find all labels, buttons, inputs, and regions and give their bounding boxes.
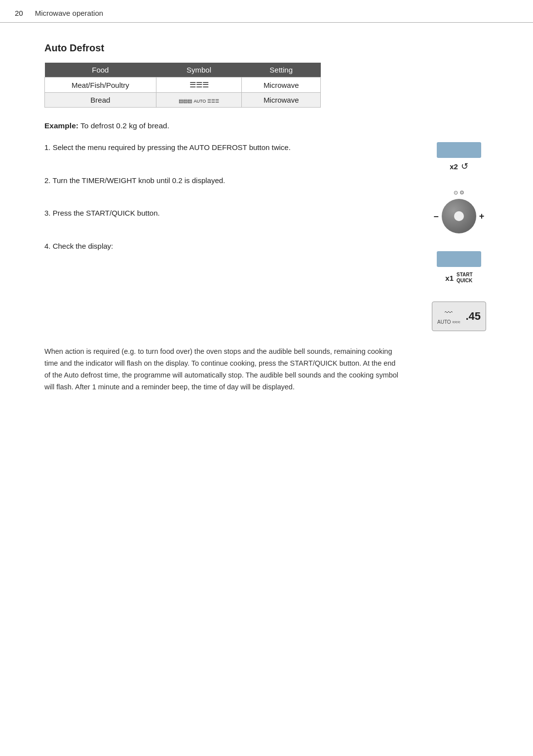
step1-x2-label: x2 [450,162,458,171]
step-1-number: 1. [44,143,51,151]
step1-defrost-icon: ↺ [461,161,468,172]
step-1-text-col: 1. Select the menu required by pressing … [44,142,415,153]
symbol-cell-1: ☰☰☰ [156,77,242,93]
step1-label-row: x2 ↺ [450,161,468,172]
table-row: Bread ▤▤▤ AUTO ☰☰☰ Microwave [45,93,321,108]
page-header-title: Microwave operation [35,9,103,17]
step2-knob-inner [454,211,464,221]
step1-button-rect [437,142,481,158]
step-3-row: 3. Press the START/QUICK button. [44,208,415,219]
step4-illustration: 〰 AUTO ≈≈≈ .45 [432,302,486,331]
section-title: Auto Defrost [44,42,503,54]
col-setting: Setting [242,63,321,77]
symbol-cell-2: ▤▤▤ AUTO ☰☰☰ [156,93,242,108]
symbol-icon-2: ▤▤▤ AUTO ☰☰☰ [179,98,219,104]
step-3-text: 3. Press the START/QUICK button. [44,208,405,219]
step4-defrost-sym: AUTO ≈≈≈ [437,319,460,325]
step-4-text: 4. Check the display: [44,241,405,252]
step-1-body: Select the menu required by pressing the… [53,143,291,151]
page-header: 20 Microwave operation [0,0,533,23]
step-3-text-col: 3. Press the START/QUICK button. [44,208,415,219]
footer-text: When action is required (e.g. to turn fo… [44,346,400,393]
step3-start-label: START [457,272,473,278]
step2-illustration: ⊙ ⚙ – + [434,189,485,233]
step3-quick-label: QUICK [457,278,473,284]
page-number: 20 [15,9,23,17]
step3-button-text: START QUICK [457,272,473,284]
step3-label-row: x1 START QUICK [445,272,472,284]
step4-wave-icon: 〰 [445,308,453,317]
example-label: Example: [44,121,78,130]
step4-display-value: .45 [465,310,481,323]
defrost-table: Food Symbol Setting Meat/Fish/Poultry ☰☰… [44,63,321,108]
example-body: To defrost 0.2 kg of bread. [80,121,169,130]
step-1-row: 1. Select the menu required by pressing … [44,142,415,153]
setting-cell-2: Microwave [242,93,321,108]
col-symbol: Symbol [156,63,242,77]
step-2-number: 2. [44,176,51,185]
step2-knob-circle [442,199,476,233]
step-images-column: x2 ↺ ⊙ ⚙ – + x1 [415,142,503,331]
step-4-text-col: 4. Check the display: [44,241,415,252]
col-food: Food [45,63,156,77]
step2-minus: – [434,211,439,222]
step-4-body: Check the display: [53,242,114,250]
step-4-number: 4. [44,242,51,250]
symbol-icon-1: ☰☰☰ [190,80,209,89]
step3-x1-label: x1 [445,274,454,282]
step3-illustration: x1 START QUICK [437,251,481,284]
step1-illustration: x2 ↺ [437,142,481,172]
steps-area: 1. Select the menu required by pressing … [44,142,415,266]
step-2-text-col: 2. Turn the TIMER/WEIGHT knob until 0.2 … [44,175,415,187]
step-1-text: 1. Select the menu required by pressing … [44,142,405,153]
step4-display-box: 〰 AUTO ≈≈≈ .45 [432,302,486,331]
table-header-row: Food Symbol Setting [45,63,321,77]
food-cell-2: Bread [45,93,156,108]
step-3-body: Press the START/QUICK button. [53,209,160,217]
step2-top-icons: ⊙ ⚙ [454,189,464,196]
example-block: Example: To defrost 0.2 kg of bread. [44,121,503,133]
step-3-number: 3. [44,209,51,217]
table-row: Meat/Fish/Poultry ☰☰☰ Microwave [45,77,321,93]
step-2-body: Turn the TIMER/WEIGHT knob until 0.2 is … [52,176,225,185]
main-content: Auto Defrost Food Symbol Setting Meat/Fi… [0,23,533,413]
step-2-row: 2. Turn the TIMER/WEIGHT knob until 0.2 … [44,175,415,187]
step4-display-left: 〰 AUTO ≈≈≈ [437,308,460,325]
setting-cell-1: Microwave [242,77,321,93]
step-2-text: 2. Turn the TIMER/WEIGHT knob until 0.2 … [44,175,405,187]
step3-button-rect [437,251,481,267]
step-4-row: 4. Check the display: [44,241,415,252]
step2-plus: + [479,211,485,222]
food-cell-1: Meat/Fish/Poultry [45,77,156,93]
example-text: Example: To defrost 0.2 kg of bread. [44,121,503,130]
